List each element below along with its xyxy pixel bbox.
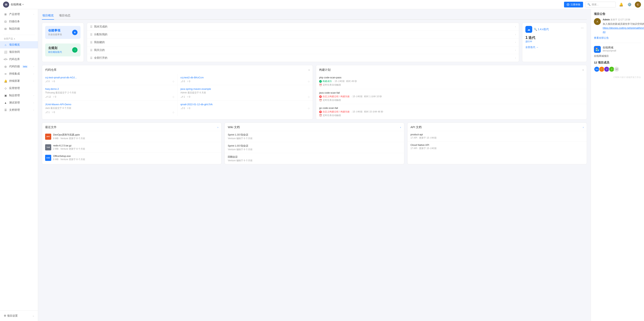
wiki-item-1[interactable]: Sprint 1.0计划会议 Venture 编辑于 6 个月前 [225, 142, 404, 153]
sidebar-item-cd[interactable]: 🔔 持续部署 › [0, 77, 38, 85]
repo-diamond-1: ◇ [308, 80, 310, 83]
settings-icon[interactable]: ⚙️ [626, 2, 632, 8]
sprint-all-text: 全部迭代 → [525, 46, 538, 49]
page-tabs: 项目概览 项目动态 [42, 12, 587, 20]
group-label: 全部产品 [4, 37, 13, 41]
repo-grid: ccj-test-qmall-prod-db-AOJ... ⎇ 0 ⑂ 0 ◇ [42, 74, 313, 116]
app-icon: ◇ [4, 87, 7, 90]
api-card: API 文档 › product-api 17 API · 更新于 15 小时前… [407, 123, 587, 164]
tar-icon: TAR [45, 144, 51, 150]
sidebar-item-code-repo[interactable]: </> 代码仓库 [0, 56, 38, 63]
build-status-1: ✕ 自定义构建过程 / 构建失败 · 15 小时前 耗时 1 分钟 10 秒 [319, 95, 584, 98]
build-name-2: go code-scan-fail [319, 107, 584, 109]
build-status-label-2: 自定义构建过程 / 构建失败 [322, 110, 350, 113]
see-all-link[interactable]: 查看全部公告 [594, 36, 641, 40]
wiki-name-2: 回顾会议 [228, 155, 401, 159]
sidebar-item-scan-task[interactable]: ⊡ 扫描任务 [0, 18, 38, 25]
repo-item-3[interactable]: java-spring-maven-example Admin 最后提交于 6 … [178, 85, 313, 101]
sidebar-item-code-scan[interactable]: ◎ 代码扫描 beta › [0, 63, 38, 70]
chevron-right-icon4: › [33, 80, 34, 82]
sidebar-item-product-mgmt[interactable]: ⊞ 产品管理 › [0, 11, 38, 18]
repo-diamond-2: ◇ [172, 96, 174, 98]
files-title: 最近文件 [45, 125, 56, 129]
todo-item-3[interactable]: ☰ 我关注的 › [87, 46, 519, 54]
announcement-text: 加入项目的新成员请先学习知识空间的内容： [603, 23, 644, 25]
repo-meta-2: Tfuhuang 最后提交于 2 个月前 [45, 91, 174, 94]
sidebar-item-app-mgmt[interactable]: ◇ 应用管理 [0, 85, 38, 92]
goto-plan-btn[interactable]: 去规划 前往规划迭代 → [45, 44, 80, 57]
tab-overview[interactable]: 项目概览 [42, 12, 54, 20]
repo-more-icon[interactable]: › [308, 68, 310, 72]
build-item-1[interactable]: java code-scan-fail ✕ 自定义构建过程 / 构建失败 · 1… [316, 89, 587, 104]
notification-icon[interactable]: 🔔 [618, 2, 624, 8]
wiki-more-link[interactable]: › [400, 126, 401, 129]
files-more-link[interactable]: › [218, 126, 218, 129]
sidebar-item-project-settings[interactable]: ⚙ 项目设置 « [0, 312, 38, 319]
todo-label-2: 我创建的 [94, 41, 105, 44]
sidebar-item-ci[interactable]: ∞ 持续集成 › [0, 70, 38, 77]
sprint-more-icon[interactable]: ··· [581, 26, 584, 30]
register-btn[interactable]: 注册体验 [564, 2, 583, 8]
todo-item-0[interactable]: ☰ 我未完成的 › [87, 23, 519, 31]
member-count: 12 [616, 68, 618, 70]
clock-icon-2: ⏰ [319, 114, 322, 117]
sidebar-item-project-overview[interactable]: ⌂ 项目概览 [0, 41, 38, 49]
repo-item-4[interactable]: JUnit-Maven-API-Demo Jack 最后提交于 8 个月前 ⎇ … [42, 101, 178, 116]
sprint-tag: 1.4.x迭代 [538, 28, 549, 31]
build-more-icon[interactable]: › [582, 68, 584, 72]
list-icon-0: ☰ [90, 25, 92, 28]
tab-activity[interactable]: 项目动态 [59, 12, 71, 20]
sidebar-item-product-scan[interactable]: ⊟ 制品扫描 [0, 25, 38, 33]
repo-item-5[interactable]: qmall-2022-01-12-db-gkVJVk ⎇ 0 ⑂ 0 ◇ [178, 101, 313, 116]
collapse-icon: « [33, 314, 34, 317]
search-box[interactable]: 🔍 搜索... [585, 2, 616, 8]
todo-item-1[interactable]: ☰ 分配给我的 › [87, 31, 519, 39]
todo-item-2[interactable]: ☰ 我创建的 › [87, 39, 519, 46]
build-name-0: php code-scan-pass [319, 76, 584, 79]
file-item-1[interactable]: TAR redis-6.2.5.tar.gz 2 MB · Venture 更新… [42, 142, 221, 153]
sidebar-label-project-settings: 项目设置 [7, 314, 18, 317]
fail-icon-2: ✕ [319, 111, 322, 113]
repo-meta-4: Jack 最后提交于 8 个月前 [45, 107, 174, 110]
member-count-badge: 12 [614, 66, 620, 72]
api-more-link[interactable]: › [583, 126, 584, 129]
file-item-0[interactable]: PPT DevOps原则与实践.pptx 9 MB · Venture 更新于 … [42, 131, 221, 142]
announcement-link[interactable]: https://devops.coding.net/p/qmall/km/spa… [603, 27, 644, 33]
beta-badge: beta [22, 65, 28, 68]
repo-item-1[interactable]: ccj-test2-db-BKxCcm ⎇ 0 ⑂ 0 ◇ [178, 74, 313, 85]
repo-name-0: ccj-test-qmall-prod-db-AOJ... [45, 76, 174, 79]
ci-icon: ∞ [4, 72, 7, 76]
list-icon-2: ☰ [90, 41, 92, 44]
project-icon: 🏪 [594, 46, 601, 53]
chevron-right-icon6: › [33, 102, 34, 104]
wiki-meta-1: Venture 编辑于 6 个月前 [228, 148, 401, 151]
repo-item-0[interactable]: ccj-test-qmall-prod-db-AOJ... ⎇ 0 ⑂ 0 ◇ [42, 74, 178, 85]
wiki-item-0[interactable]: Sprint 1.3计划会议 Venture 编辑于 6 个月前 [225, 131, 404, 142]
todo-item-4[interactable]: ☰ 全部打开的 › [87, 54, 519, 62]
file-item-2[interactable]: EXE OfficeSetup.exe 6 MB · Venture 更新于 8… [42, 153, 221, 163]
api-item-0[interactable]: product-api 17 API · 更新于 15 小时前 [408, 131, 587, 142]
breadcrumb[interactable]: 在线商城 ▼ [11, 3, 24, 6]
build-status-2: ✕ 自定义构建过程 / 构建失败 · 15 小时前 耗时 15 分钟 48 秒 [319, 110, 584, 113]
quick-actions-card: 创建事项 快速创建事项 + 去规划 前往规划迭代 → [42, 23, 84, 62]
repo-item-2[interactable]: hwq-demo-2 Tfuhuang 最后提交于 2 个月前 ⎇ 12 ⑂ 0… [42, 85, 178, 101]
code-repo-card: 代码仓库 › ccj-test-qmall-prod-db-AOJ... ⎇ 0… [42, 65, 313, 120]
sidebar-item-doc-mgmt[interactable]: ☰ 文档管理 › [0, 106, 38, 114]
sidebar-item-project-collab[interactable]: ⬜ 项目协同 [0, 49, 38, 56]
sidebar-item-test-mgmt[interactable]: ▲ 测试管理 › [0, 99, 38, 106]
sprint-all-link[interactable]: 全部迭代 → [525, 46, 584, 49]
project-desc: 在线商城项目 [594, 54, 641, 58]
sprint-card: ☁ 🔍 1.4.x迭代 1 迭代 进行中 [522, 23, 587, 62]
sidebar-group-all-products[interactable]: 全部产品 ∧ [0, 36, 38, 41]
create-issue-btn[interactable]: 创建事项 快速创建事项 + [45, 26, 80, 39]
api-title: API 文档 [410, 125, 422, 129]
api-item-1[interactable]: Cloud Native API 17 API · 更新于 15 小时前 [408, 142, 587, 152]
wiki-item-2[interactable]: 回顾会议 Venture 编辑于 6 个月前 [225, 153, 404, 164]
sidebar-item-product-mgmt2[interactable]: ▣ 制品管理 › [0, 92, 38, 99]
chevron-down-icon: ▼ [22, 4, 24, 6]
fail-icon-1: ✕ [319, 95, 322, 98]
build-item-0[interactable]: php code-scan-pass ✓ 构建成功 · 15 小时前 耗时 49… [316, 74, 587, 89]
build-item-2[interactable]: go code-scan-fail ✕ 自定义构建过程 / 构建失败 · 15 … [316, 104, 587, 119]
members-title: 12 项目成员 [594, 61, 641, 65]
user-avatar-top[interactable]: 🐒 [635, 2, 641, 8]
